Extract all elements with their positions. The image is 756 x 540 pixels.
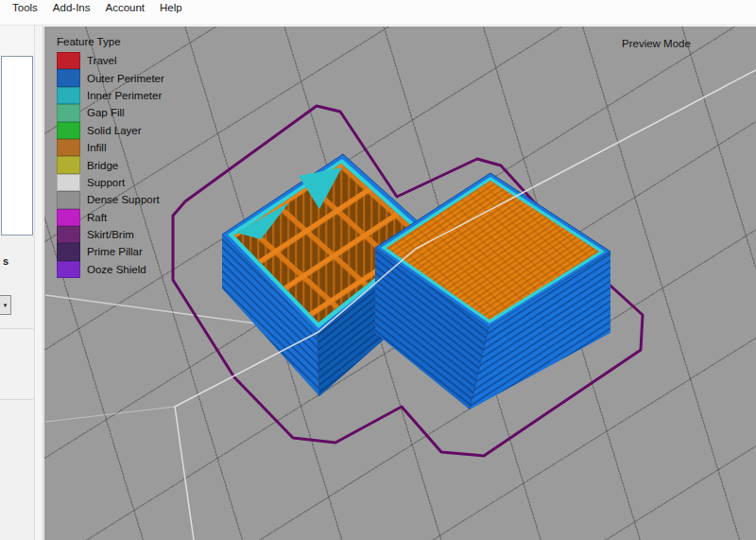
legend-item-bridge: Bridge xyxy=(57,156,164,173)
legend-color-swatch xyxy=(57,122,80,139)
legend-color-swatch xyxy=(57,156,80,173)
sidebar-groupbox xyxy=(0,328,35,400)
legend-color-swatch xyxy=(57,104,80,121)
legend-color-swatch xyxy=(57,191,80,208)
legend-color-swatch xyxy=(57,87,80,104)
legend-item-inner-perimeter: Inner Perimeter xyxy=(57,87,164,104)
feature-type-legend: Feature Type TravelOuter PerimeterInner … xyxy=(57,36,164,278)
legend-item-label: Travel xyxy=(87,55,117,66)
legend-item-label: Solid Layer xyxy=(87,125,142,136)
legend-item-label: Inner Perimeter xyxy=(87,90,162,101)
legend-item-label: Infill xyxy=(87,142,106,153)
menu-item-account[interactable]: Account xyxy=(98,0,153,17)
legend-item-label: Bridge xyxy=(87,160,118,171)
sidebar-panel: s ▼ xyxy=(0,26,44,540)
legend-item-ooze-shield: Ooze Shield xyxy=(57,261,164,278)
legend-item-label: Outer Perimeter xyxy=(87,73,164,84)
legend-item-label: Dense Support xyxy=(87,194,160,205)
preview-mode-label: Preview Mode xyxy=(622,38,691,49)
sidebar-label-fragment: s xyxy=(3,255,9,267)
chevron-down-icon: ▼ xyxy=(3,303,9,308)
legend-item-travel: Travel xyxy=(57,52,164,69)
legend-color-swatch xyxy=(57,209,80,226)
legend-color-swatch xyxy=(57,69,80,86)
legend-color-swatch xyxy=(57,139,80,156)
legend-color-swatch xyxy=(57,52,80,69)
legend-item-prime-pillar: Prime Pillar xyxy=(57,243,164,260)
legend-item-raft: Raft xyxy=(57,209,164,226)
legend-item-outer-perimeter: Outer Perimeter xyxy=(57,69,164,86)
sidebar-top-area xyxy=(0,26,34,56)
sidebar-dropdown[interactable]: ▼ xyxy=(0,295,11,315)
legend-item-infill: Infill xyxy=(57,139,164,156)
legend-color-swatch xyxy=(57,226,80,243)
viewport-3d[interactable]: Feature Type TravelOuter PerimeterInner … xyxy=(44,26,756,540)
legend-item-label: Prime Pillar xyxy=(87,246,143,257)
legend-item-solid-layer: Solid Layer xyxy=(57,122,164,139)
legend-item-label: Support xyxy=(87,177,125,188)
legend-item-label: Gap Fill xyxy=(87,107,125,118)
legend-color-swatch xyxy=(57,174,80,191)
panel-splitter[interactable] xyxy=(35,26,43,540)
process-listbox[interactable] xyxy=(1,56,33,235)
menu-item-addins[interactable]: Add-Ins xyxy=(45,0,98,17)
menu-item-tools[interactable]: Tools xyxy=(5,0,45,17)
legend-item-label: Raft xyxy=(87,212,107,223)
legend-item-dense-support: Dense Support xyxy=(57,191,164,208)
menu-bar: ToolsAdd-InsAccountHelp xyxy=(0,0,756,26)
legend-rows: TravelOuter PerimeterInner PerimeterGap … xyxy=(57,52,164,278)
legend-item-skirt-brim: Skirt/Brim xyxy=(57,226,164,243)
menu-item-help[interactable]: Help xyxy=(152,0,190,17)
legend-color-swatch xyxy=(57,261,80,278)
legend-title: Feature Type xyxy=(57,36,164,47)
legend-item-gap-fill: Gap Fill xyxy=(57,104,164,121)
legend-item-label: Ooze Shield xyxy=(87,264,146,275)
legend-item-support: Support xyxy=(57,174,164,191)
legend-item-label: Skirt/Brim xyxy=(87,229,134,240)
legend-color-swatch xyxy=(57,243,80,260)
